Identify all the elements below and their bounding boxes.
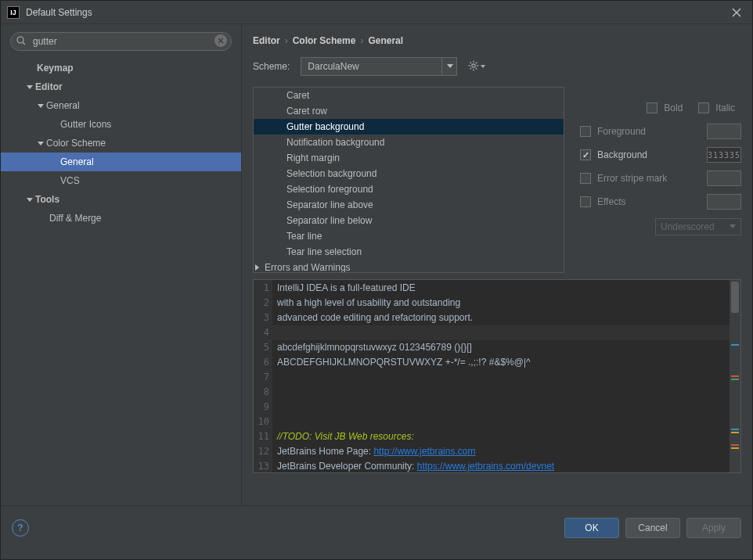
scheme-actions-button[interactable] — [468, 60, 485, 74]
ok-button[interactable]: OK — [564, 518, 619, 538]
settings-tree: Keymap Editor General Gutter Icons Color… — [1, 59, 241, 505]
effects-label: Effects — [597, 196, 625, 207]
settings-sidebar: Keymap Editor General Gutter Icons Color… — [1, 24, 242, 505]
opt-selection-foreground[interactable]: Selection foreground — [254, 181, 564, 197]
breadcrumb-editor[interactable]: Editor — [253, 35, 280, 46]
svg-marker-21 — [255, 264, 259, 271]
italic-label: Italic — [715, 102, 735, 113]
svg-line-16 — [470, 62, 472, 63]
clear-search-button[interactable] — [214, 34, 227, 47]
apply-button[interactable]: Apply — [686, 518, 741, 538]
effects-type-select[interactable]: Underscored — [655, 218, 741, 235]
help-button[interactable]: ? — [12, 519, 29, 537]
tree-diff-merge[interactable]: Diff & Merge — [1, 209, 241, 228]
opt-separator-above[interactable]: Separator line above — [254, 197, 564, 213]
breadcrumb-color-scheme[interactable]: Color Scheme — [293, 35, 356, 46]
scheme-label: Scheme: — [253, 61, 290, 72]
preview-editor[interactable]: 12345678910111213 IntelliJ IDEA is a ful… — [253, 279, 741, 473]
opt-notification-background[interactable]: Notification background — [254, 135, 564, 150]
svg-line-19 — [470, 67, 472, 69]
effects-type-label: Underscored — [661, 221, 715, 232]
chevron-down-icon — [481, 65, 485, 68]
chevron-right-icon: › — [360, 35, 363, 46]
tree-gutter-icons[interactable]: Gutter Icons — [1, 115, 241, 134]
app-icon: IJ — [7, 6, 20, 19]
opt-gutter-background[interactable]: Gutter background — [254, 119, 564, 135]
search-input[interactable] — [10, 32, 232, 51]
scheme-select[interactable] — [301, 57, 457, 76]
title-bar: IJ Default Settings — [1, 1, 752, 24]
chevron-down-icon[interactable] — [441, 57, 457, 76]
svg-line-18 — [476, 62, 477, 63]
bold-checkbox[interactable] — [647, 102, 658, 113]
svg-point-2 — [17, 37, 23, 43]
tree-general[interactable]: General — [1, 96, 241, 115]
foreground-checkbox[interactable] — [580, 126, 591, 137]
svg-marker-8 — [38, 142, 44, 145]
svg-marker-7 — [38, 104, 44, 108]
svg-line-3 — [23, 42, 25, 45]
error-stripe-swatch[interactable] — [707, 171, 741, 186]
tree-color-scheme[interactable]: Color Scheme — [1, 134, 241, 153]
svg-marker-10 — [447, 64, 453, 68]
bold-label: Bold — [664, 102, 683, 113]
tree-tools[interactable]: Tools — [1, 190, 241, 209]
foreground-label: Foreground — [597, 126, 646, 137]
opt-caret-row[interactable]: Caret row — [254, 103, 564, 119]
effects-swatch[interactable] — [707, 194, 741, 210]
tree-keymap[interactable]: Keymap — [1, 59, 241, 77]
properties-panel: Bold Italic Foreground Background 313335… — [580, 87, 741, 273]
svg-point-11 — [472, 63, 475, 66]
background-label: Background — [597, 149, 647, 160]
chevron-down-icon — [24, 84, 35, 90]
chevron-down-icon — [24, 196, 35, 203]
dialog-footer: ? OK Cancel Apply — [1, 505, 752, 549]
chevron-down-icon — [35, 102, 46, 109]
tree-vcs[interactable]: VCS — [1, 171, 241, 190]
opt-separator-below[interactable]: Separator line below — [254, 213, 564, 228]
search-icon — [16, 36, 26, 48]
effects-checkbox[interactable] — [580, 196, 591, 207]
svg-marker-22 — [730, 224, 736, 228]
italic-checkbox[interactable] — [698, 102, 709, 113]
opt-tear-line[interactable]: Tear line — [254, 228, 564, 244]
background-swatch[interactable]: 313335 — [707, 147, 741, 163]
opt-selection-background[interactable]: Selection background — [254, 166, 564, 181]
gear-icon — [468, 60, 479, 74]
svg-marker-20 — [481, 65, 485, 68]
cancel-button[interactable]: Cancel — [625, 518, 680, 538]
preview-code: IntelliJ IDEA is a full-featured IDE wit… — [272, 280, 730, 472]
window-title: Default Settings — [26, 7, 727, 18]
opt-errors-warnings[interactable]: Errors and Warnings — [254, 260, 564, 272]
opt-tear-line-selection[interactable]: Tear line selection — [254, 244, 564, 260]
svg-marker-9 — [27, 198, 33, 202]
opt-right-margin[interactable]: Right margin — [254, 150, 564, 166]
error-stripe-checkbox[interactable] — [580, 173, 591, 184]
breadcrumb-general[interactable]: General — [368, 35, 403, 46]
preview-gutter: 12345678910111213 — [254, 280, 272, 472]
search-field — [10, 32, 232, 51]
chevron-down-icon — [730, 224, 736, 229]
chevron-right-icon — [254, 262, 260, 272]
tree-cs-general[interactable]: General — [1, 153, 241, 171]
error-stripe-marks — [730, 280, 740, 472]
chevron-right-icon: › — [285, 35, 288, 46]
foreground-swatch[interactable] — [707, 124, 741, 139]
svg-line-17 — [476, 67, 477, 69]
scheme-input[interactable] — [301, 57, 457, 76]
tree-editor[interactable]: Editor — [1, 77, 241, 96]
content-panel: Editor › Color Scheme › General Scheme: … — [242, 24, 752, 505]
options-list: Caret Caret row Gutter background Notifi… — [253, 87, 564, 273]
close-button[interactable] — [727, 3, 746, 22]
svg-marker-6 — [27, 85, 33, 89]
opt-caret[interactable]: Caret — [254, 88, 564, 103]
breadcrumb: Editor › Color Scheme › General — [242, 24, 752, 52]
background-checkbox[interactable] — [580, 149, 591, 160]
error-stripe-label: Error stripe mark — [597, 173, 667, 184]
chevron-down-icon — [35, 140, 46, 146]
